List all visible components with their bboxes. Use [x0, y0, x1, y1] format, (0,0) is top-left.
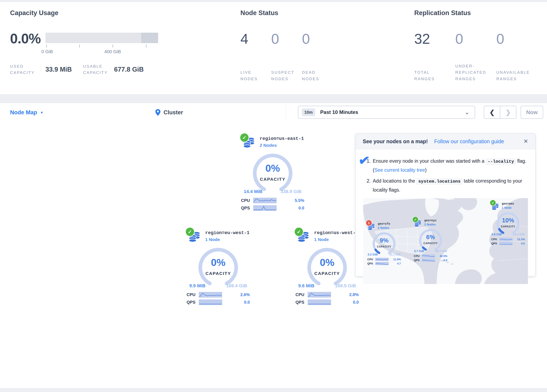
cpu-value: 2.6%	[240, 292, 250, 297]
region-card-header: ✓ region=us-east-1 2 Nodes	[242, 134, 310, 150]
map-pin-icon	[155, 109, 160, 116]
toolbar: Node Map ▾ Cluster 10m Past 10 Minutes ⌄…	[0, 103, 547, 122]
replication-status-section: Replication Status 32 0 0 TOTAL RANGES U…	[414, 9, 537, 82]
used-capacity-value: 33.9 MiB	[45, 66, 72, 73]
capacity-caption: CAPACITY	[251, 177, 294, 182]
region-locality-label: region=us-east-1	[260, 136, 304, 141]
capacity-gauge: 0% CAPACITY	[197, 246, 239, 289]
breadcrumb[interactable]: Cluster	[155, 103, 183, 122]
qps-metric-row: QPS 0.0	[187, 299, 250, 305]
cpu-metric-row: CPU 2.6%	[187, 292, 250, 298]
dropdown-triangle-icon: ▾	[41, 110, 43, 115]
map-marker-geo-ams[interactable]: ✓ geo=ams 1 Node	[491, 201, 525, 245]
suspect-nodes-label: SUSPECT NODES	[271, 69, 302, 82]
marker-header: ✓ geo=nyc 2 Nodes	[414, 218, 447, 228]
capacity-axis-ticks	[45, 45, 158, 48]
map-marker-geo-nyc[interactable]: ✓ geo=nyc 2 Nodes	[414, 218, 447, 262]
step-number: 2.	[363, 177, 371, 194]
close-icon[interactable]: ✕	[523, 138, 528, 145]
under-replicated-count: 0	[455, 31, 496, 47]
capacity-bar: 0 GiB 400 GiB	[45, 33, 158, 55]
config-step-2: 2. Add locations to the system.locations…	[363, 177, 528, 194]
capacity-gauge: 9% CAPACITY	[372, 231, 397, 256]
marker-titles: geo=sfo 2 Nodes	[378, 221, 390, 231]
node-status-labels: LIVE NODES SUSPECT NODES DEAD NODES	[240, 47, 333, 82]
time-prev-button[interactable]: ❮	[484, 106, 500, 118]
qps-sparkline	[253, 205, 277, 211]
healthy-check-badge: ✓	[294, 227, 304, 237]
capacity-axis-labels: 0 GiB 400 GiB	[45, 49, 158, 55]
suspect-nodes-count: 0	[271, 31, 302, 47]
total-ranges-label: TOTAL RANGES	[414, 69, 455, 82]
marker-nodes-link[interactable]: 2 Nodes	[424, 223, 437, 226]
qps-sparkline	[375, 262, 389, 265]
total-ranges-count: 32	[414, 31, 455, 47]
cpu-value: 12.3%	[517, 238, 525, 241]
view-mode-label: Node Map	[10, 109, 37, 116]
capacity-gauge: 6% CAPACITY	[418, 228, 443, 253]
qps-sparkline	[499, 242, 513, 245]
dead-nodes-label: DEAD NODES	[302, 69, 333, 82]
qps-label: QPS	[241, 206, 253, 210]
capacity-range-values: 3.6 GiB 34.4 GiB	[492, 233, 525, 236]
node-status-values: 4 0 0	[240, 31, 333, 47]
axis-tick	[113, 45, 113, 48]
time-next-button[interactable]: ❯	[500, 106, 516, 118]
qps-label: QPS	[414, 259, 422, 262]
healthy-check-badge: ✓	[490, 199, 496, 206]
region-card-us-west-1[interactable]: ✓ region=us-west-1 1 Node 0% CAPACITY	[289, 229, 365, 305]
healthy-check-badge: ✓	[412, 216, 419, 223]
capacity-percent-value: 0%	[306, 257, 349, 268]
capacity-usage-section: Capacity Usage 0.0% 0 GiB 400 Gi	[10, 9, 158, 76]
marker-metrics: CPU 42.5% QPS 0.	[414, 254, 447, 262]
node-status-section: Node Status 4 0 0 LIVE NODES SUSPECT NOD…	[240, 9, 333, 82]
qps-sparkline	[308, 299, 331, 305]
unavailable-label: UNAVAILABLE RANGES	[496, 69, 537, 82]
locality-tree-link[interactable]: See current locality tree	[375, 167, 425, 173]
cpu-metric-row: CPU 11.0%	[367, 258, 401, 261]
qps-metric-row: QPS 0.0	[491, 242, 525, 245]
axis-label-zero: 0 GiB	[41, 49, 53, 55]
qps-metric-row: QPS 0.0	[241, 205, 304, 211]
total-value: 34.4 GiB	[513, 233, 525, 236]
time-range-select[interactable]: 10m Past 10 Minutes ⌄	[298, 106, 475, 119]
dead-nodes-count: 0	[302, 31, 333, 47]
region-nodes-link[interactable]: 1 Node	[314, 237, 358, 242]
map-marker-geo-sfo[interactable]: 1 geo=sfo 2 Nodes	[367, 221, 401, 265]
popup-title: See your nodes on a map!	[363, 138, 428, 144]
configuration-guide-link[interactable]: Follow our configuration guide	[434, 138, 504, 144]
now-button[interactable]: Now	[521, 106, 543, 119]
axis-tick	[146, 45, 146, 48]
marker-titles: geo=nyc 2 Nodes	[424, 218, 437, 228]
region-card-eu-west-1[interactable]: ✓ region=eu-west-1 1 Node 0% CAPACITY	[180, 229, 256, 305]
breadcrumb-label: Cluster	[164, 109, 183, 116]
region-nodes-link[interactable]: 1 Node	[205, 237, 249, 242]
usable-capacity-stat: USABLE CAPACITY 677.8 GiB	[83, 63, 155, 76]
cpu-value: 2.8%	[349, 292, 359, 297]
qps-value: 0.0	[353, 300, 359, 305]
cpu-sparkline	[422, 254, 435, 258]
replication-values: 32 0 0	[414, 31, 537, 47]
region-card-us-east-1[interactable]: ✓ region=us-east-1 2 Nodes 0% CAPACIT	[235, 134, 310, 211]
total-value: 169.5 GiB	[335, 283, 356, 289]
capacity-caption: CAPACITY	[372, 245, 397, 248]
capacity-percent-value: 10%	[496, 217, 520, 224]
system-locations-code: system.locations	[416, 179, 462, 185]
marker-nodes-link[interactable]: 2 Nodes	[378, 226, 390, 229]
qps-label: QPS	[295, 300, 308, 305]
region-nodes-link[interactable]: 2 Nodes	[260, 143, 304, 148]
marker-titles: geo=ams 1 Node	[502, 201, 514, 211]
marker-locality-label: geo=sfo	[378, 222, 390, 226]
capacity-gauge-row: 0.0% 0 GiB 400 GiB	[10, 31, 158, 55]
qps-sparkline	[199, 299, 222, 305]
region-card-titles: region=us-west-1 1 Node	[314, 229, 358, 244]
marker-nodes-link[interactable]: 1 Node	[502, 206, 514, 209]
total-value: 65.7 GiB	[435, 249, 447, 253]
view-mode-dropdown[interactable]: Node Map ▾	[10, 103, 43, 122]
cpu-sparkline	[499, 238, 513, 241]
capacity-stats: USED CAPACITY 33.9 MiB USABLE CAPACITY 6…	[10, 63, 158, 76]
time-nav-arrows: ❮ ❯	[484, 106, 516, 119]
region-locality-label: region=eu-west-1	[205, 230, 249, 236]
capacity-caption: CAPACITY	[418, 242, 443, 245]
qps-label: QPS	[491, 242, 499, 245]
